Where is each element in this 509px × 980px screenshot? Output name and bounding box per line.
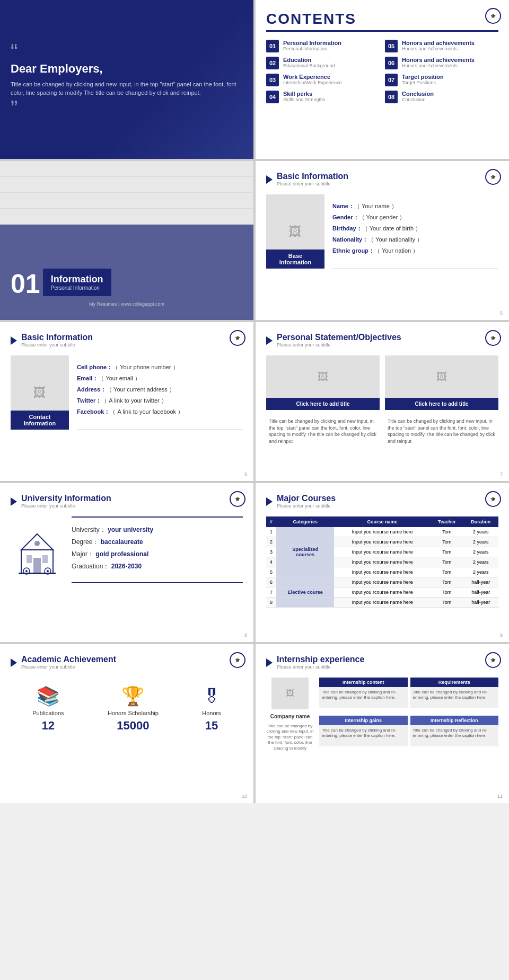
scholarship-label: Honors Scholarship (108, 710, 159, 716)
logo-icon-6: 🎓 (485, 330, 501, 346)
company-img: 🖼 (271, 678, 309, 709)
scholarship-value: 15000 (117, 719, 149, 733)
info-address: Address：（ Your current address ） (77, 386, 243, 394)
contents-title-07: Target position (402, 74, 444, 80)
statement-img-2: 🖼 (385, 355, 498, 398)
statement-card-1: 🖼 Click here to add title (266, 355, 380, 410)
quote-open-icon: “ (11, 41, 243, 62)
internship-title: Internship experience (277, 655, 364, 664)
section-arrow-courses-icon (266, 497, 273, 506)
honors-icon: 🎖 (203, 686, 221, 707)
contents-title-02: Education (283, 57, 335, 63)
table-row: 7 Elective course Input you rcourse name… (266, 587, 498, 598)
table-header-course: Course name (334, 516, 431, 527)
company-name: Company name (270, 714, 310, 719)
requirements-card: Requirements Title can be changed by cli… (410, 678, 499, 713)
internship-gains-card: Internship gains Title can be changed by… (319, 716, 408, 751)
contents-item-01: 01 Personal Information Personal Informa… (266, 40, 380, 52)
info-phone: Cell phone：（ Your phone number ） (77, 363, 243, 371)
internship-content-card: Internship content Title can be changed … (319, 678, 408, 713)
academic-title: Academic Achievement (21, 655, 116, 664)
logo-icon-9: 🎓 (230, 652, 245, 668)
contents-title-04: Skill perks (283, 91, 326, 97)
internship-reflection-card: Internship Reflection Title can be chang… (410, 716, 499, 751)
statement-title: Personal Statement/Objectives (277, 333, 401, 342)
section-arrow-contact-icon (11, 336, 17, 345)
page-num-10: 10 (242, 794, 247, 799)
info-twitter: Twitter：（ A link to your twitter ） (77, 397, 243, 405)
contents-num-04: 04 (266, 91, 279, 103)
internship-header: Internship experience Please enter your … (266, 655, 498, 670)
page-num-9: 9 (500, 632, 503, 638)
contact-photo-icon: 🖼 (33, 385, 46, 400)
slide-academic: Academic Achievement Please enter your s… (0, 644, 253, 803)
contents-sub-08: Conclusion (402, 97, 434, 102)
slide-internship: Internship experience Please enter your … (256, 644, 509, 803)
section-arrow-internship-icon (266, 658, 273, 667)
contents-item-06: 06 Honors and achievements Honors and Ac… (385, 57, 498, 69)
internship-gains-body: Title can be changed by clicking and re-… (319, 725, 408, 746)
contents-num-07: 07 (385, 74, 398, 86)
logo-icon: 🎓 (485, 8, 501, 24)
info-facebook: Facebook：（ A link to your facebook ） (77, 408, 243, 416)
university-header: University Information Please enter your… (11, 494, 243, 509)
section-arrow-icon (266, 175, 273, 184)
profile-card: 🖼 BaseInformation Name：（ Your name ） Gen… (266, 194, 498, 269)
company-col: 🖼 Company name Title can be changed by c… (266, 678, 314, 751)
table-header-num: # (266, 516, 276, 527)
slide-01-info-box: Information Personal Information (43, 269, 111, 296)
contact-photo-box: 🖼 ContactInformation (11, 355, 69, 430)
internship-content: 🖼 Company name Title can be changed by c… (266, 678, 498, 751)
statement-card-1-title: Click here to add title (266, 398, 380, 410)
achievement-stats: 📚 Publications 12 🏆 Honors Scholarship 1… (11, 685, 243, 733)
contact-sub: Please enter your subtitle (21, 342, 93, 348)
requirements-body: Title can be changed by clicking and re-… (410, 687, 499, 708)
basic-info-sub: Please enter your subtitle (277, 181, 348, 186)
university-title: University Information (21, 494, 111, 503)
stat-honors: 🎖 Honors 15 (202, 686, 221, 733)
contents-title-01: Personal Information (283, 40, 341, 46)
contents-num-03: 03 (266, 74, 279, 86)
logo-icon-5: 🎓 (230, 330, 245, 346)
contact-card: 🖼 ContactInformation Cell phone：（ Your p… (11, 355, 243, 430)
contents-title-03: Work Experience (283, 74, 341, 80)
university-content: University： your university Degree： bacc… (11, 516, 243, 583)
table-row: 8 Input you rcourse name here Tom half-y… (266, 598, 498, 608)
slide-01-title: Information (51, 274, 103, 285)
uni-major: Major： gold professional (72, 550, 243, 559)
svg-rect-2 (42, 555, 48, 563)
profile-photo-label: BaseInformation (266, 250, 324, 269)
info-ethnic: Ethnic group：（ Your nation ） (332, 247, 498, 255)
contents-item-05: 05 Honors and achievements Honors and Ac… (385, 40, 498, 52)
contents-num-01: 01 (266, 40, 279, 52)
svg-rect-3 (33, 558, 41, 574)
table-row: 1 Specializedcourses Input you rcourse n… (266, 527, 498, 537)
contact-header: Basic Information Please enter your subt… (11, 333, 243, 348)
contents-sub-05: Honors and Achievements (402, 46, 475, 51)
university-icon (11, 523, 64, 576)
contents-num-05: 05 (385, 40, 398, 52)
info-nationality: Nationality：（ Your nationality ） (332, 236, 498, 244)
profile-photo-box: 🖼 BaseInformation (266, 194, 324, 269)
svg-rect-1 (27, 555, 32, 563)
contents-sub-01: Personal Information (283, 46, 341, 51)
internship-gains-title: Internship gains (319, 716, 408, 725)
honors-value: 15 (205, 719, 218, 733)
table-header-teacher: Teacher (431, 516, 463, 527)
contents-num-06: 06 (385, 57, 398, 69)
internship-content-title: Internship content (319, 678, 408, 687)
statement-header: Personal Statement/Objectives Please ent… (266, 333, 498, 348)
contents-sub-06: Honors and Achievements (402, 63, 475, 68)
statement-card-2: 🖼 Click here to add title (385, 355, 498, 410)
university-info: University： your university Degree： bacc… (72, 516, 243, 583)
info-email: Email：（ Your email ） (77, 375, 243, 382)
section-arrow-uni-icon (11, 497, 17, 506)
statement-sub: Please enter your subtitle (277, 342, 401, 348)
contents-heading: CONTENTS (266, 11, 498, 28)
slide-courses: Major Courses Please enter your subtitle… (256, 483, 509, 642)
academic-header: Academic Achievement Please enter your s… (11, 655, 243, 670)
contents-item-08: 08 Conclusion Conclusion (385, 91, 498, 103)
uni-graduation: Graduation： 2026-2030 (72, 562, 243, 571)
contents-num-02: 02 (266, 57, 279, 69)
table-header-cat: Categories (276, 516, 334, 527)
